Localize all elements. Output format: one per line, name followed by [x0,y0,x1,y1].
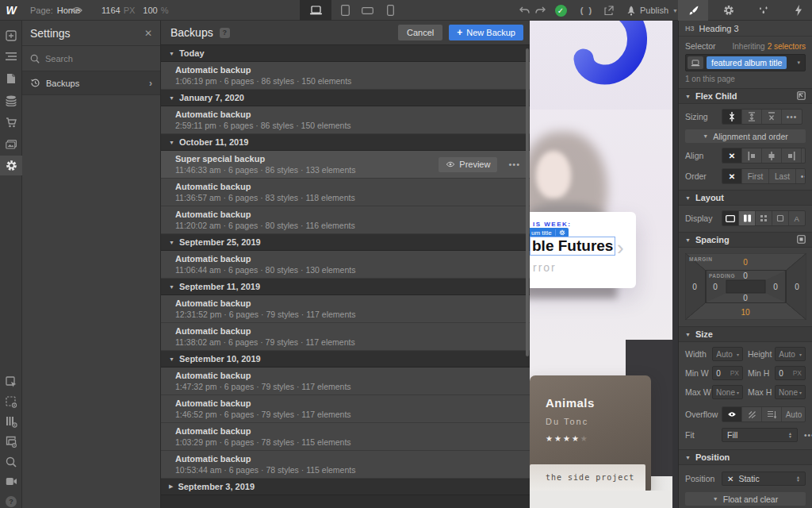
section-spacing[interactable]: ▼ Spacing [679,232,812,248]
video-tutorials-icon[interactable] [0,471,22,491]
sizing-grow-button[interactable] [742,110,762,124]
overflow-auto-button[interactable]: Auto [782,407,806,421]
section-position[interactable]: ▼ Position [679,449,812,465]
device-phone-landscape-icon[interactable] [358,0,376,21]
margin-right-value[interactable]: 0 [795,283,799,291]
float-clear-toggle[interactable]: ▼ Float and clear [685,492,806,506]
padding-top-value[interactable]: 0 [743,271,748,280]
backup-row[interactable]: Automatic backup1:47:32 pm · 6 pages · 7… [161,368,530,395]
margin-bottom-value[interactable]: 10 [741,308,749,317]
add-elements-icon[interactable] [0,25,22,45]
help-badge-icon[interactable]: ? [220,28,230,38]
backup-group-header[interactable]: ▼September 25, 2019 [161,234,530,251]
sidebar-item-backups[interactable]: Backups › [22,71,160,95]
chevron-down-icon[interactable]: ▾ [797,60,800,66]
sizing-more-button[interactable]: ••• [782,110,802,124]
overflow-scroll-button[interactable] [762,407,782,421]
margin-left-value[interactable]: 0 [692,283,697,291]
backup-group-header[interactable]: ▼Today [161,45,530,62]
fit-select[interactable]: Fill ▲▼ [722,428,798,442]
close-icon[interactable]: ✕ [144,28,152,39]
backup-row[interactable]: Automatic backup1:03:29 pm · 6 pages · 7… [161,423,530,451]
padding-bottom-value[interactable]: 0 [743,294,748,302]
order-first-button[interactable]: First [742,169,769,183]
backup-row[interactable]: Automatic backup11:06:44 am · 6 pages · … [161,251,530,279]
selected-heading-text[interactable]: ble Futures [530,237,615,256]
row-menu-button[interactable]: ••• [508,160,520,169]
device-desktop-icon[interactable] [300,0,331,21]
sizing-shrink-button[interactable] [722,110,742,124]
inheriting-count[interactable]: 2 selectors [768,42,806,51]
backup-row[interactable]: Automatic backup11:36:57 am · 6 pages · … [161,179,530,206]
align-auto-button[interactable]: ✕ [722,148,742,163]
publish-button[interactable]: Publish ▼ [626,0,678,21]
design-canvas[interactable]: IS WEEK: um title ble Futures rror › Ani… [530,21,678,508]
backup-group-header[interactable]: ▼September 10, 2019 [161,351,530,368]
fit-more-button[interactable]: ••• [804,431,812,440]
edit-element-tool-icon[interactable] [0,372,22,392]
device-tablet-icon[interactable] [336,0,354,21]
help-icon[interactable]: ? [0,491,22,508]
webflow-logo[interactable]: W [0,0,22,21]
element-breadcrumb[interactable]: H3 Heading 3 [679,21,812,37]
tab-style-manager[interactable] [749,0,779,21]
section-layout[interactable]: ▼ Layout [679,190,812,206]
overflow-hidden-button[interactable] [742,407,762,421]
preview-toggle-icon[interactable] [71,0,82,21]
scrollbar-thumb[interactable] [526,48,529,356]
cancel-button[interactable]: Cancel [398,25,442,40]
ecommerce-icon[interactable] [0,113,22,133]
display-flex-button[interactable] [739,211,756,225]
cms-icon[interactable] [0,90,22,110]
preview-button[interactable]: Preview [439,157,497,172]
section-size[interactable]: ▼ Size [679,326,812,342]
backup-row[interactable]: Super special backup11:46:33 am · 6 page… [161,151,530,179]
display-inline-button[interactable]: A [789,211,806,225]
spacing-settings-icon[interactable] [797,235,806,245]
alignment-order-toggle[interactable]: ▼ Alignment and order [685,129,806,143]
max-height-field[interactable]: None▾ [775,385,806,399]
height-field[interactable]: Auto▾ [775,347,806,361]
element-settings-gear-icon[interactable] [555,229,565,236]
backup-row[interactable]: Automatic backup1:06:19 pm · 6 pages · 8… [161,62,530,90]
search-input[interactable] [45,54,140,64]
carousel-next-icon[interactable]: › [617,236,624,260]
spacing-widget[interactable]: MARGIN PADDING 0 10 0 0 0 0 0 0 [685,253,806,320]
settings-icon[interactable] [0,156,22,175]
backup-row[interactable]: Automatic backup12:31:52 pm · 6 pages · … [161,295,530,323]
device-phone-portrait-icon[interactable] [381,0,399,21]
canvas-dimensions[interactable]: 1164 PX 100 % [102,0,168,21]
padding-right-value[interactable]: 0 [773,283,778,291]
backup-row[interactable]: Automatic backup11:20:02 am · 6 pages · … [161,206,530,234]
min-width-field[interactable]: 0PX [712,366,743,380]
display-inline-block-button[interactable] [772,211,789,225]
backup-group-header[interactable]: ▼September 11, 2019 [161,279,530,295]
backup-group-header[interactable]: ▼October 11, 2019 [161,134,530,151]
tab-element-settings[interactable] [714,0,744,21]
min-height-field[interactable]: 0PX [775,366,806,380]
position-select[interactable]: ✕ Static ▲▼ [722,471,806,486]
edit-mode-icon[interactable] [0,432,22,452]
xray-mode-icon[interactable] [0,392,22,412]
tab-interactions[interactable] [784,0,812,21]
order-last-button[interactable]: Last [769,169,796,183]
tab-style-panel[interactable] [678,0,708,21]
backup-row[interactable]: Automatic backup2:59:11 pm · 6 pages · 8… [161,106,530,134]
align-end-button[interactable] [782,148,802,163]
backup-group-header[interactable]: ▼January 7, 2020 [161,90,530,106]
undo-icon[interactable] [517,0,531,21]
overflow-visible-button[interactable] [722,407,742,421]
guides-icon[interactable] [0,412,22,432]
backup-row[interactable]: Automatic backup10:53:44 am · 6 pages · … [161,451,530,479]
align-center-button[interactable] [762,148,782,163]
backup-row[interactable]: Automatic backup11:38:02 am · 6 pages · … [161,323,530,351]
featured-card[interactable]: IS WEEK: um title ble Futures rror › [530,212,636,288]
width-field[interactable]: Auto▾ [712,347,743,361]
assets-icon[interactable] [0,134,22,154]
max-width-field[interactable]: None▾ [712,385,743,399]
share-icon[interactable] [599,0,617,21]
custom-code-icon[interactable]: ( ) [577,0,596,21]
order-auto-button[interactable]: ✕ [722,169,742,183]
navigator-icon[interactable] [0,47,22,67]
align-start-button[interactable] [742,148,762,163]
